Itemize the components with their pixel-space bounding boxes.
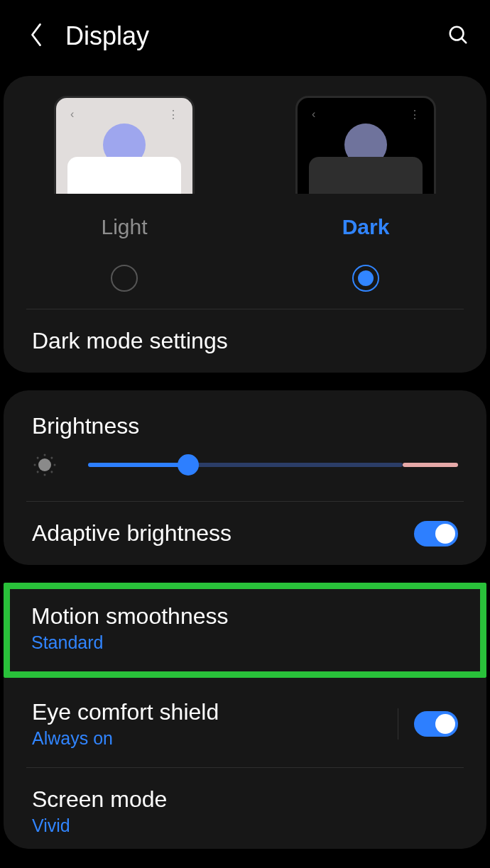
sun-icon [32,452,57,477]
dark-mode-settings-label: Dark mode settings [32,328,458,354]
screen-mode-value: Vivid [32,815,458,836]
toggle-separator [398,708,398,740]
eye-comfort-value: Always on [32,728,382,749]
eye-comfort-toggle[interactable] [414,711,458,737]
chevron-left-icon: ‹ [312,108,315,121]
adaptive-brightness-label: Adaptive brightness [32,520,414,546]
brightness-card: Brightness Adaptive brigh [4,390,486,565]
brightness-section: Brightness [4,390,486,501]
page-title: Display [65,21,447,51]
dark-preview: ‹ ⋮ [295,96,436,194]
theme-option-dark[interactable]: ‹ ⋮ Dark [245,96,486,292]
highlight-box: Motion smoothness Standard [4,583,486,678]
theme-card: ‹ ⋮ Light ‹ ⋮ Dark Dark mode settings [4,76,486,373]
motion-smoothness-row[interactable]: Motion smoothness Standard [10,589,480,671]
back-button[interactable] [28,21,44,51]
motion-smoothness-label: Motion smoothness [31,603,459,630]
display-options-card: Eye comfort shield Always on Screen mode… [4,678,486,849]
light-radio[interactable] [111,265,138,292]
header: Display [0,0,490,72]
dark-radio[interactable] [352,265,379,292]
theme-option-light[interactable]: ‹ ⋮ Light [4,96,245,292]
preview-sheet [309,157,423,194]
light-preview: ‹ ⋮ [54,96,195,194]
preview-sheet [67,157,181,194]
more-icon: ⋮ [168,108,177,121]
brightness-slider[interactable] [88,455,458,475]
more-icon: ⋮ [409,108,418,121]
motion-smoothness-value: Standard [31,632,459,653]
adaptive-brightness-toggle[interactable] [414,521,458,546]
adaptive-brightness-row[interactable]: Adaptive brightness [4,502,486,565]
screen-mode-label: Screen mode [32,786,458,813]
eye-comfort-row[interactable]: Eye comfort shield Always on [4,681,486,767]
search-button[interactable] [447,24,469,48]
dark-label: Dark [342,215,390,239]
svg-line-1 [462,38,466,43]
brightness-control [32,452,458,484]
eye-comfort-label: Eye comfort shield [32,699,382,725]
light-label: Light [101,215,147,239]
screen-mode-row[interactable]: Screen mode Vivid [4,768,486,849]
theme-selector: ‹ ⋮ Light ‹ ⋮ Dark [4,76,486,309]
dark-mode-settings-row[interactable]: Dark mode settings [4,309,486,373]
slider-thumb[interactable] [178,454,199,476]
brightness-label: Brightness [32,413,458,439]
chevron-left-icon: ‹ [70,108,74,121]
